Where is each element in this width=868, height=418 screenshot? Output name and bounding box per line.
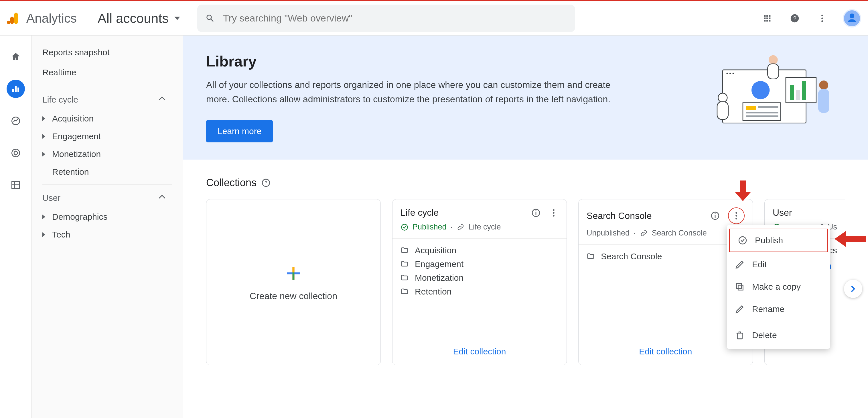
rail-explore[interactable]: [7, 112, 25, 130]
svg-point-19: [751, 81, 770, 99]
svg-rect-10: [18, 88, 19, 93]
svg-rect-1: [10, 17, 14, 24]
link-icon: [457, 223, 465, 231]
menu-publish[interactable]: Publish: [730, 229, 827, 251]
collection-item: Retention: [401, 287, 559, 297]
sidebar-item-label: Monetization: [52, 149, 101, 159]
create-collection-label: Create new collection: [250, 291, 337, 301]
card-context-menu: Publish Edit Make a copy: [727, 225, 830, 349]
search-input[interactable]: [223, 12, 567, 24]
search-bar[interactable]: [197, 5, 575, 32]
scroll-next-button[interactable]: [844, 279, 862, 298]
sidebar-item-monetization[interactable]: Monetization: [37, 145, 172, 163]
target-icon: [10, 148, 21, 158]
folder-icon: [401, 246, 408, 255]
svg-point-5: [822, 14, 823, 16]
sidebar-section-life-cycle[interactable]: Life cycle: [37, 90, 172, 110]
folder-icon: [401, 288, 408, 296]
folder-icon: [401, 260, 408, 268]
menu-label: Make a copy: [752, 282, 801, 292]
copy-icon: [735, 282, 745, 292]
account-picker-label: All accounts: [98, 10, 168, 26]
collection-card-life-cycle: Life cycle Published · Life cycle: [392, 199, 567, 365]
collection-item: Engagement: [401, 259, 559, 269]
create-collection-card[interactable]: Create new collection: [206, 199, 381, 365]
sidebar-section-user[interactable]: User: [37, 188, 172, 208]
item-label: Engagement: [415, 259, 464, 269]
info-icon[interactable]: [710, 211, 720, 220]
menu-rename[interactable]: Rename: [727, 298, 830, 320]
product-brand[interactable]: Analytics: [6, 9, 87, 28]
svg-rect-58: [846, 236, 866, 242]
svg-text:?: ?: [793, 15, 796, 22]
item-label: Acquisition: [415, 245, 456, 255]
svg-rect-51: [715, 213, 715, 214]
svg-rect-8: [12, 89, 14, 92]
item-label: Monetization: [415, 273, 464, 283]
account-picker[interactable]: All accounts: [98, 10, 180, 26]
account-avatar[interactable]: [843, 9, 861, 28]
svg-point-29: [769, 55, 778, 64]
rail-home[interactable]: [7, 48, 25, 66]
trash-icon: [735, 330, 745, 340]
collections-heading: Collections: [206, 177, 256, 189]
collections-cards-row: Create new collection Life cycle Publish…: [206, 199, 845, 365]
learn-more-button[interactable]: Learn more: [206, 120, 273, 142]
sidebar-item-demographics[interactable]: Demographics: [37, 208, 172, 226]
svg-rect-32: [717, 102, 728, 119]
help-icon: ?: [790, 13, 800, 23]
triangle-icon: [42, 232, 45, 237]
menu-label: Publish: [755, 236, 783, 245]
svg-point-13: [14, 151, 18, 155]
sidebar-item-label: Acquisition: [52, 114, 94, 123]
sidebar-divider: [42, 184, 172, 184]
svg-point-46: [553, 215, 555, 217]
menu-edit[interactable]: Edit: [727, 253, 830, 276]
sidebar-divider: [42, 86, 172, 86]
sidebar-reports-snapshot[interactable]: Reports snapshot: [37, 42, 172, 62]
menu-label: Edit: [752, 260, 767, 269]
sidebar-item-acquisition[interactable]: Acquisition: [37, 110, 172, 127]
card-more-button-highlighted[interactable]: [728, 207, 745, 224]
svg-point-16: [726, 72, 728, 74]
rail-configure[interactable]: [7, 176, 25, 194]
kebab-icon[interactable]: [549, 208, 559, 218]
svg-point-52: [736, 212, 737, 214]
svg-rect-27: [746, 112, 778, 113]
info-icon[interactable]: [531, 208, 541, 218]
sidebar-item-label: Engagement: [52, 131, 101, 141]
analytics-logo-icon: [6, 11, 20, 25]
menu-delete[interactable]: Delete: [727, 324, 830, 347]
topbar: Analytics All accounts ?: [0, 0, 868, 35]
svg-rect-56: [738, 285, 743, 290]
bar-chart-icon: [10, 84, 21, 94]
rail-reports[interactable]: [7, 80, 25, 98]
home-icon: [10, 52, 21, 62]
more-button[interactable]: [815, 11, 829, 25]
svg-rect-50: [715, 215, 715, 218]
svg-rect-42: [536, 212, 536, 215]
help-outline-icon[interactable]: ?: [261, 178, 271, 188]
sidebar-item-retention[interactable]: Retention: [37, 163, 172, 181]
svg-rect-24: [743, 102, 781, 120]
card-title: Life cycle: [401, 207, 528, 218]
nav-rail: [0, 35, 31, 418]
sidebar-realtime[interactable]: Realtime: [37, 62, 172, 83]
kebab-icon: [732, 211, 741, 220]
svg-rect-9: [15, 86, 17, 92]
edit-collection-link[interactable]: Edit collection: [453, 347, 506, 356]
sidebar-item-engagement[interactable]: Engagement: [37, 127, 172, 145]
folder-icon: [401, 274, 408, 282]
svg-point-47: [401, 224, 407, 230]
menu-make-a-copy[interactable]: Make a copy: [727, 276, 830, 298]
svg-rect-39: [292, 272, 294, 279]
apps-button[interactable]: [761, 11, 774, 25]
help-button[interactable]: ?: [788, 11, 802, 25]
svg-point-31: [718, 93, 727, 102]
chevron-right-icon: [848, 284, 858, 294]
edit-collection-link[interactable]: Edit collection: [639, 347, 692, 356]
pencil-icon: [735, 304, 745, 314]
svg-rect-26: [758, 106, 778, 108]
rail-advertising[interactable]: [7, 144, 25, 162]
sidebar-item-tech[interactable]: Tech: [37, 226, 172, 243]
